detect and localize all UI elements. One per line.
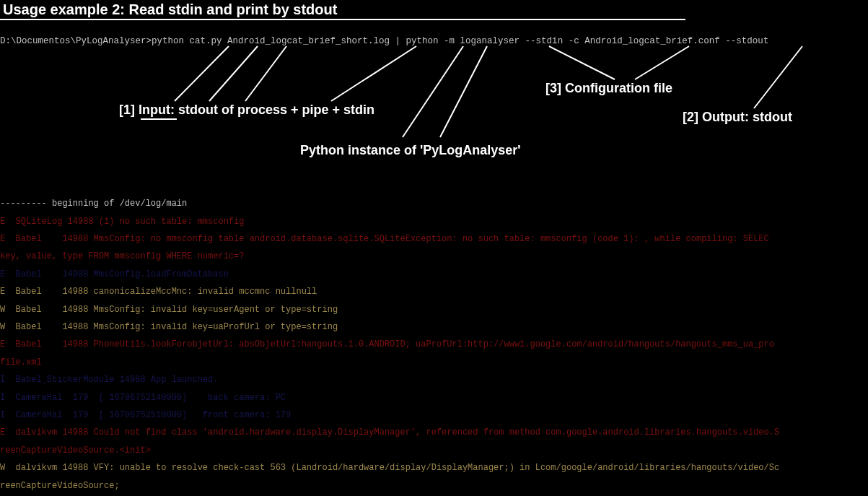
annotation-config: [3] Configuration file [545,81,672,96]
log-line: I Babel_StickerModule 14988 App launched… [0,375,868,384]
log-line: W Babel 14988 MmsConfig: invalid key=uaP… [0,323,868,331]
annotation-instance: Python instance of 'PyLogAnalyser' [300,143,521,158]
svg-line-1 [209,46,258,101]
title-underline [0,19,685,20]
annotation-lines [0,43,868,159]
log-line: --------- beginning of /dev/log/main [0,199,868,208]
log-line: reenCaptureVideoSource.<init> [0,446,868,455]
log-output: --------- beginning of /dev/log/main E S… [0,191,868,496]
svg-line-6 [440,46,487,137]
svg-line-0 [175,46,229,101]
log-line: I CameraHal 179 [ 16706752510000] front … [0,411,868,419]
command-line: D:\Documentos\PyLogAnalyser>python cat.p… [0,36,768,46]
annotation-input-underline [141,118,177,120]
log-line: file.xml [0,358,868,367]
log-line: key, value, type FROM mmsconfig WHERE nu… [0,252,868,261]
svg-line-5 [403,46,463,137]
log-line: W Babel 14988 MmsConfig: invalid key=use… [0,305,868,314]
svg-line-8 [754,46,802,108]
log-line: E SQLiteLog 14988 (1) no such table: mms… [0,217,868,226]
svg-line-2 [245,46,286,101]
log-line: E Babel 14988 MmsConfig: no mmsconfig ta… [0,235,868,243]
svg-line-7 [635,46,689,79]
svg-line-3 [331,46,416,101]
svg-line-4 [549,46,615,79]
log-line: E Babel 14988 PhoneUtils.lookForobjetUrl… [0,340,868,349]
annotation-output: [2] Output: stdout [683,110,792,125]
log-line: E Babel 14988 canonicalizeMccMnc: invali… [0,287,868,296]
log-line: W dalvikvm 14988 VFY: unable to resolve … [0,464,868,472]
page-title: Usage example 2: Read stdin and print by… [3,1,337,18]
log-line: reenCaptureVideoSource; [0,482,868,490]
log-line: E dalvikvm 14988 Could not find class 'a… [0,428,868,437]
log-line: I CameraHal 179 [ 16706752140000] back c… [0,393,868,402]
annotation-input: [1] Input: stdout of process + pipe + st… [119,103,374,118]
log-line: E Babel 14988 MmsConfig.loadFromDatabase [0,270,868,279]
